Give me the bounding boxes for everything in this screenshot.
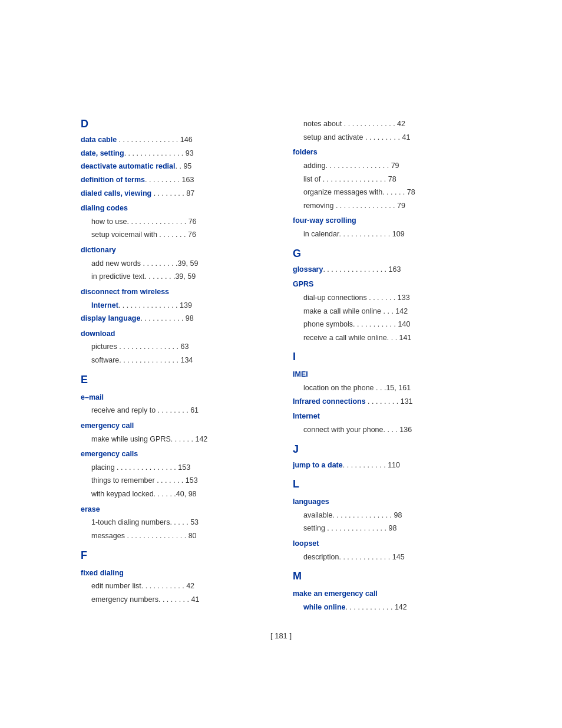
entry-sub-blue: while online. . . . . . . . . . . . 142 bbox=[293, 601, 481, 614]
entry-sub: placing . . . . . . . . . . . . . . . 15… bbox=[81, 462, 269, 474]
entry-main-header: download bbox=[81, 328, 269, 340]
entry-main-header: disconnect from wireless bbox=[81, 286, 269, 298]
entry-main-inline: date, setting. . . . . . . . . . . . . .… bbox=[81, 147, 269, 160]
entry-sub: with keypad locked. . . . . .40, 98 bbox=[81, 488, 269, 500]
section-letter-f: F bbox=[81, 549, 269, 562]
entry-sub-blue: Internet. . . . . . . . . . . . . . . 13… bbox=[81, 299, 269, 312]
entry-main-header: folders bbox=[293, 146, 481, 159]
entry-sub: setting . . . . . . . . . . . . . . . 98 bbox=[293, 522, 481, 535]
page-number: [ 181 ] bbox=[270, 631, 292, 640]
entry-sub: make while using GPRS. . . . . . 142 bbox=[81, 433, 269, 446]
entry-sub: setup voicemail with . . . . . . . 76 bbox=[81, 229, 269, 241]
entry-main-inline: jump to a date. . . . . . . . . . . 110 bbox=[293, 459, 481, 472]
entry-sub: connect with your phone. . . . 136 bbox=[293, 424, 481, 436]
entry-sub: receive and reply to . . . . . . . . 61 bbox=[81, 404, 269, 417]
entry-sub: emergency numbers. . . . . . . . 41 bbox=[81, 594, 269, 606]
entry-main-inline: definition of terms. . . . . . . . . 163 bbox=[81, 174, 269, 186]
entry-sub: location on the phone . . .15, 161 bbox=[293, 382, 481, 394]
section-letter-d: D bbox=[81, 118, 269, 130]
entry-sub: how to use. . . . . . . . . . . . . . . … bbox=[81, 216, 269, 228]
entry-sub: 1-touch dialing numbers. . . . . 53 bbox=[81, 516, 269, 529]
entry-main-header: dictionary bbox=[81, 244, 269, 256]
entry-sub: pictures . . . . . . . . . . . . . . . 6… bbox=[81, 341, 269, 353]
entry-main-inline: data cable . . . . . . . . . . . . . . .… bbox=[81, 134, 269, 146]
page-container: Ddata cable . . . . . . . . . . . . . . … bbox=[0, 0, 562, 728]
section-letter-g: G bbox=[293, 248, 481, 260]
entry-main-inline: deactivate automatic redial. . 95 bbox=[81, 160, 269, 173]
entry-main-inline: display language. . . . . . . . . . . 98 bbox=[81, 312, 269, 325]
entry-sub: notes about . . . . . . . . . . . . . 42 bbox=[293, 118, 481, 130]
right-column: notes about . . . . . . . . . . . . . 42… bbox=[293, 118, 481, 614]
entry-sub: messages . . . . . . . . . . . . . . . 8… bbox=[81, 530, 269, 542]
section-letter-m: M bbox=[293, 570, 481, 582]
entry-main-inline: Infrared connections . . . . . . . . 131 bbox=[293, 396, 481, 408]
entry-main-header: dialing codes bbox=[81, 202, 269, 215]
entry-main-header: GPRS bbox=[293, 278, 481, 291]
entry-sub: description. . . . . . . . . . . . . 145 bbox=[293, 551, 481, 564]
entry-main-header: fixed dialing bbox=[81, 567, 269, 579]
entry-main-header: four-way scrolling bbox=[293, 215, 481, 227]
entry-main-header: IMEI bbox=[293, 368, 481, 381]
entry-sub: in calendar. . . . . . . . . . . . . 109 bbox=[293, 228, 481, 241]
entry-main-inline: glossary. . . . . . . . . . . . . . . . … bbox=[293, 263, 481, 276]
entry-sub: add new words . . . . . . . . .39, 59 bbox=[81, 258, 269, 270]
entry-sub: available. . . . . . . . . . . . . . . 9… bbox=[293, 509, 481, 522]
section-letter-l: L bbox=[293, 478, 481, 490]
section-letter-i: I bbox=[293, 351, 481, 363]
index-content: Ddata cable . . . . . . . . . . . . . . … bbox=[81, 118, 481, 614]
entry-main-header: e–mail bbox=[81, 391, 269, 404]
entry-main-header: Internet bbox=[293, 410, 481, 423]
left-column: Ddata cable . . . . . . . . . . . . . . … bbox=[81, 118, 269, 614]
entry-sub: setup and activate . . . . . . . . . 41 bbox=[293, 131, 481, 144]
entry-sub: phone symbols. . . . . . . . . . . 140 bbox=[293, 318, 481, 331]
entry-main-header: erase bbox=[81, 503, 269, 516]
entry-main-header: make an emergency call bbox=[293, 588, 481, 600]
section-letter-j: J bbox=[293, 443, 481, 456]
entry-sub: edit number list. . . . . . . . . . . 42 bbox=[81, 580, 269, 592]
entry-sub: make a call while online . . . 142 bbox=[293, 305, 481, 318]
entry-sub: list of . . . . . . . . . . . . . . . . … bbox=[293, 173, 481, 186]
entry-sub: things to remember . . . . . . . 153 bbox=[81, 475, 269, 487]
entry-main-header: emergency calls bbox=[81, 448, 269, 460]
entry-sub: receive a call while online. . . 141 bbox=[293, 332, 481, 344]
entry-sub: adding. . . . . . . . . . . . . . . . 79 bbox=[293, 160, 481, 172]
entry-main-header: emergency call bbox=[81, 420, 269, 432]
entry-sub: dial-up connections . . . . . . . 133 bbox=[293, 292, 481, 304]
entry-main-header: loopset bbox=[293, 538, 481, 550]
entry-main-header: languages bbox=[293, 496, 481, 508]
section-letter-e: E bbox=[81, 374, 269, 386]
entry-sub: organize messages with. . . . . . 78 bbox=[293, 186, 481, 199]
entry-sub: removing . . . . . . . . . . . . . . . 7… bbox=[293, 200, 481, 212]
entry-sub: software. . . . . . . . . . . . . . . 13… bbox=[81, 354, 269, 367]
entry-sub: in predictive text. . . . . . . .39, 59 bbox=[81, 271, 269, 283]
entry-main-inline: dialed calls, viewing . . . . . . . . 87 bbox=[81, 187, 269, 200]
page-footer: [ 181 ] bbox=[270, 631, 292, 640]
